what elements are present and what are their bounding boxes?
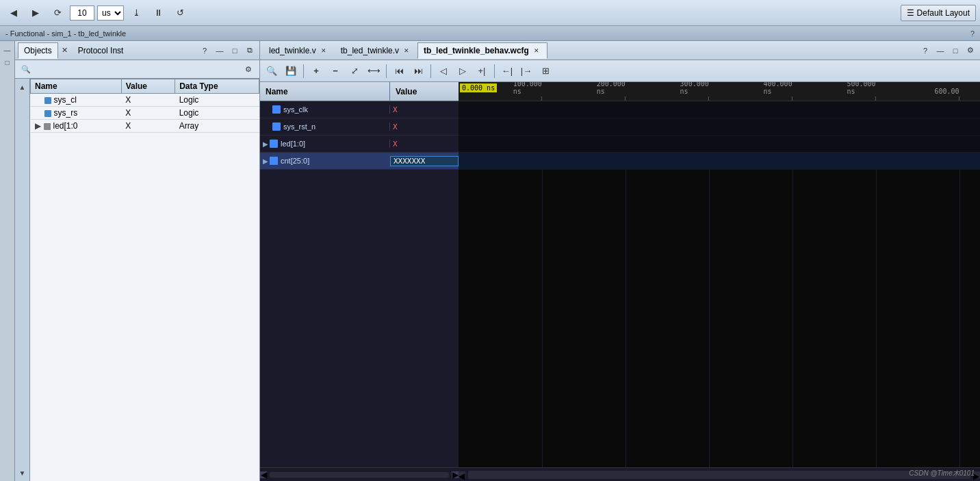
sim-title-bar: - Functional - sim_1 - tb_led_twinkle ? (0, 26, 980, 41)
wave-signal-row[interactable] (459, 118, 980, 135)
next-transition-button[interactable]: ▷ (454, 63, 472, 79)
time-ruler: 0.000 ns 100.000 ns200.000 ns300.000 ns4… (459, 82, 980, 101)
toolbar-sep-4 (494, 64, 495, 78)
pause-button[interactable]: ⏸ (149, 4, 168, 22)
wave-scrollbar[interactable] (468, 471, 970, 479)
zoom-out-button[interactable]: − (326, 63, 344, 79)
time-tick-label: 300.000 ns (680, 82, 709, 95)
toolbar-sep-1 (303, 64, 304, 78)
scroll-left-signal[interactable]: ◀ (260, 471, 267, 478)
last-edge-button[interactable]: ⏭ (409, 63, 427, 79)
run-to-button[interactable]: ⤓ (127, 4, 146, 22)
waveform-display: 0.000 ns 100.000 ns200.000 ns300.000 ns4… (459, 82, 980, 481)
close-tab-tb-led-twinkle-v[interactable]: ✕ (402, 46, 411, 55)
float-left[interactable]: ⧉ (243, 44, 257, 57)
wave-signal-row[interactable] (459, 135, 980, 153)
objects-table-container: ▲ ▼ Name Value Data Type (15, 79, 259, 481)
tab-wcfg[interactable]: tb_led_twinkle_behav.wcfg ✕ (417, 42, 547, 59)
wave-settings-icon[interactable]: ⚙ (964, 44, 977, 57)
scroll-up-arrow[interactable]: ▲ (16, 81, 29, 92)
left-tabs: Objects ✕ Protocol Inst ? — □ ⧉ (15, 41, 259, 60)
tick-mark (792, 96, 792, 101)
objects-scroll-sidebar: ▲ ▼ (15, 79, 30, 481)
zoom-snap-button[interactable]: ⟷ (365, 63, 383, 79)
link-marker-button[interactable]: ⊞ (537, 63, 554, 79)
wave-signal-row[interactable] (459, 101, 980, 118)
wave-save-button[interactable]: 💾 (282, 63, 300, 79)
signal-names-panel: Name Value sys_clkXsys_rst_nX▶led[1:0]X▶… (260, 82, 459, 481)
expand-icon[interactable]: ▶ (263, 140, 268, 148)
zoom-in-button[interactable]: + (307, 63, 325, 79)
tab-wcfg-label: tb_led_twinkle_behav.wcfg (424, 46, 529, 55)
signal-rows: sys_clkXsys_rst_nX▶led[1:0]X▶cnt[25:0]XX… (260, 101, 459, 467)
layout-label: Default Layout (917, 8, 970, 18)
tab-protocol-label: Protocol Inst (78, 46, 124, 55)
left-sidebar-strip: — □ (0, 41, 15, 481)
wave-signal-row[interactable] (459, 153, 980, 170)
zoom-fit-button[interactable]: ⤢ (346, 63, 363, 79)
wave-minimize-icon[interactable]: — (933, 44, 947, 57)
signal-icon (270, 157, 278, 165)
tab-protocol[interactable]: Protocol Inst (72, 42, 130, 59)
close-tab-wcfg[interactable]: ✕ (532, 46, 541, 55)
close-tab-led-twinkle-v[interactable]: ✕ (319, 46, 328, 55)
signal-name-cell: ▶led[1:0] (260, 140, 390, 148)
wave-help-icon[interactable]: ? (918, 44, 932, 57)
signal-value-cell: XXXXXXX (390, 156, 459, 166)
minimize-left[interactable]: — (213, 44, 227, 57)
scroll-right-signal[interactable]: ▶ (452, 471, 459, 478)
tab-tb-led-twinkle-v-label: tb_led_twinkle.v (341, 46, 399, 55)
tab-objects[interactable]: Objects (18, 42, 58, 59)
expand-icon[interactable]: ▶ (263, 157, 268, 165)
scroll-down-arrow[interactable]: ▼ (16, 467, 29, 478)
prev-marker-button[interactable]: ←| (498, 63, 516, 79)
time-marker-zero: 0.000 ns (460, 83, 497, 92)
objects-table: Name Value Data Type sys_clXLogicsys_rsX… (30, 79, 259, 481)
signal-bottom-bar: ◀ ▶ (260, 467, 459, 481)
time-input[interactable]: 10 (70, 5, 94, 21)
next-marker-button[interactable]: |→ (517, 63, 535, 79)
first-edge-button[interactable]: ⏮ (390, 63, 408, 79)
time-tick-label: 500.000 ns (847, 82, 875, 95)
settings-objects-icon[interactable]: ⚙ (242, 62, 255, 76)
forward-button[interactable]: ▶ (26, 4, 45, 22)
close-objects-tab[interactable]: ✕ (58, 44, 72, 57)
layout-icon: ☰ (907, 8, 914, 18)
refresh-button[interactable]: ↺ (170, 4, 190, 22)
wave-scroll-left[interactable]: ◀ (459, 471, 465, 478)
signal-list-item[interactable]: ▶led[1:0]X (260, 135, 459, 153)
sim-help-button[interactable]: ? (970, 29, 975, 38)
signal-scrollbar[interactable] (270, 472, 449, 478)
main-content: — □ Objects ✕ Protocol Inst ? — □ (0, 41, 980, 481)
table-row[interactable]: sys_rsXLogic (31, 107, 259, 120)
signal-list-item[interactable]: sys_rst_nX (260, 118, 459, 135)
maximize-icon: □ (1, 56, 14, 68)
tick-mark (625, 96, 626, 101)
signal-name-text: sys_rst_n (283, 122, 315, 131)
prev-transition-button[interactable]: ◁ (435, 63, 452, 79)
help-icon-left[interactable]: ? (198, 44, 211, 57)
back-button[interactable]: ◀ (4, 4, 23, 22)
signal-name-text: sys_clk (283, 105, 308, 114)
signal-icon (272, 105, 281, 114)
wave-maximize-icon[interactable]: □ (949, 44, 962, 57)
maximize-left[interactable]: □ (228, 44, 242, 57)
toolbar-sep-3 (430, 64, 431, 78)
default-layout-button[interactable]: ☰ Default Layout (901, 5, 976, 21)
signal-list-item[interactable]: ▶cnt[25:0]XXXXXXX (260, 153, 459, 170)
wave-search-button[interactable]: 🔍 (263, 63, 281, 79)
sim-title-text: - Functional - sim_1 - tb_led_twinkle (5, 29, 126, 38)
signal-list-item[interactable]: sys_clkX (260, 101, 459, 118)
restart-button[interactable]: ⟳ (48, 4, 67, 22)
table-row[interactable]: sys_clXLogic (31, 94, 259, 107)
tab-tb-led-twinkle-v[interactable]: tb_led_twinkle.v ✕ (335, 42, 417, 59)
signal-icon (270, 140, 278, 148)
search-objects-icon[interactable]: 🔍 (19, 62, 33, 76)
signal-name-cell: sys_clk (260, 105, 390, 114)
signal-value-header: Value (390, 82, 459, 101)
tab-led-twinkle-v[interactable]: led_twinkle.v ✕ (263, 42, 335, 59)
table-row[interactable]: ▶led[1:0XArray (31, 120, 259, 133)
signal-header: Name Value (260, 82, 459, 101)
add-marker-button[interactable]: +| (473, 63, 491, 79)
time-unit-select[interactable]: us ns ps (97, 5, 124, 21)
